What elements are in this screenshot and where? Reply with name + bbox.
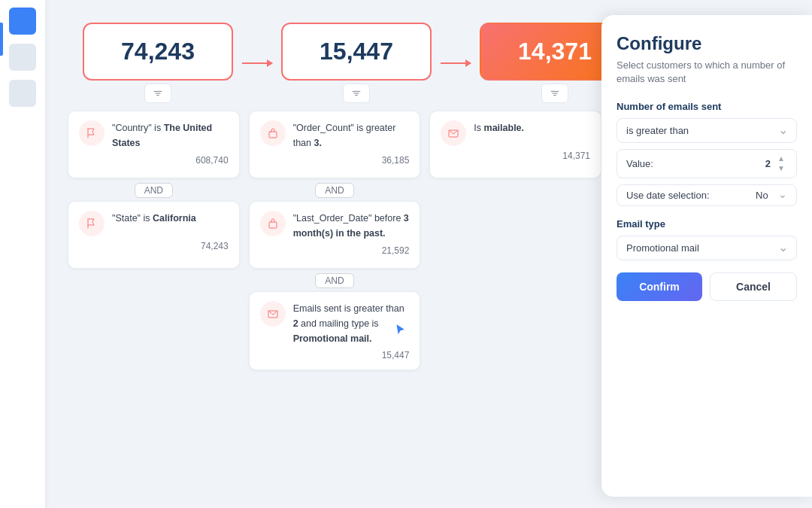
metric-box-2: 15,447	[281, 23, 432, 81]
main-content: 74,243 15,447	[45, 0, 812, 508]
flow-area: 74,243 15,447	[60, 8, 609, 500]
value-number: 2	[765, 158, 771, 169]
sidebar-active-indicator	[0, 23, 3, 56]
configure-panel: Configure Select customers to which a nu…	[601, 15, 812, 497]
condition-text-order: "Order_Count" is greater than 3.	[293, 120, 410, 151]
filter-icon-2[interactable]	[343, 84, 370, 103]
date-select-wrapper[interactable]: No Yes	[756, 190, 787, 201]
condition-count-order: 36,185	[260, 155, 410, 166]
sidebar-icon-gray-2[interactable]	[9, 80, 36, 107]
envelope-icon-1	[441, 120, 466, 146]
condition-card-emails[interactable]: Emails sent is greater than 2 and mailin…	[249, 291, 421, 370]
condition-count-country: 608,740	[79, 155, 229, 166]
value-stepper[interactable]: ▲ ▼	[775, 154, 787, 173]
condition-text-emails: Emails sent is greater than 2 and mailin…	[293, 301, 410, 345]
and-badge-2: AND	[315, 183, 353, 198]
cancel-button[interactable]: Cancel	[710, 272, 797, 301]
condition-card-mailable[interactable]: Is mailable. 14,371	[429, 111, 601, 178]
sidebar-icon-gray-1[interactable]	[9, 44, 36, 71]
operator-select[interactable]: is greater than is less than is equal to…	[617, 118, 797, 143]
sidebar-icon-blue[interactable]	[9, 8, 36, 35]
metric-box-1: 74,243	[83, 23, 233, 81]
date-selection-label: Use date selection:	[626, 190, 710, 201]
condition-count-emails: 15,447	[260, 350, 410, 360]
email-type-label: Email type	[617, 218, 797, 230]
svg-rect-9	[269, 132, 277, 138]
condition-text-state: "State" is California	[112, 211, 196, 226]
and-badge-1: AND	[135, 183, 173, 198]
confirm-button[interactable]: Confirm	[617, 272, 702, 301]
date-selection-row: Use date selection: No Yes	[617, 184, 797, 206]
sidebar	[0, 0, 45, 508]
configure-title: Configure	[617, 33, 797, 54]
condition-card-last-order[interactable]: "Last_Order_Date" before 3 month(s) in t…	[249, 201, 421, 269]
metric-col-2: 15,447	[281, 23, 432, 103]
svg-rect-11	[269, 222, 277, 228]
flag-icon-2	[79, 211, 105, 236]
condition-text-country: "Country" is The United States	[112, 120, 229, 151]
cursor-pointer-icon	[392, 321, 409, 341]
configure-subtitle: Select customers to which a number of em…	[617, 59, 797, 86]
and-badge-3: AND	[315, 273, 353, 288]
metric-col-1: 74,243	[83, 23, 233, 103]
operator-select-wrapper[interactable]: is greater than is less than is equal to…	[617, 118, 797, 143]
condition-text-last-order: "Last_Order_Date" before 3 month(s) in t…	[293, 211, 410, 241]
config-emails-label: Number of emails sent	[617, 101, 797, 112]
metric-value-1: 74,243	[107, 38, 209, 65]
date-select[interactable]: No Yes	[756, 190, 787, 201]
metric-value-2: 15,447	[305, 38, 408, 65]
condition-card-state[interactable]: "State" is California 74,243	[68, 201, 240, 269]
value-label: Value:	[626, 158, 653, 169]
config-buttons: Confirm Cancel	[617, 272, 797, 301]
email-type-select-wrapper[interactable]: Promotional mail Newsletter Transactiona…	[617, 236, 797, 260]
bag-icon-2	[260, 211, 286, 236]
value-decrement[interactable]: ▼	[775, 164, 787, 173]
condition-card-order-count[interactable]: "Order_Count" is greater than 3. 36,185	[249, 111, 421, 178]
metric-value-3: 14,371	[504, 38, 606, 65]
condition-count-last-order: 21,592	[260, 245, 410, 256]
condition-card-country[interactable]: "Country" is The United States 608,740	[68, 111, 240, 178]
email-type-select[interactable]: Promotional mail Newsletter Transactiona…	[617, 236, 797, 260]
filter-icon-1[interactable]	[144, 84, 171, 103]
value-row: Value: 2 ▲ ▼	[617, 149, 797, 178]
envelope-icon-2	[260, 301, 286, 327]
arrow-2	[432, 62, 480, 64]
flag-icon-1	[79, 120, 105, 146]
value-increment[interactable]: ▲	[775, 154, 787, 163]
arrow-1	[233, 62, 281, 64]
bag-icon-1	[260, 120, 286, 146]
condition-count-state: 74,243	[79, 241, 229, 251]
condition-count-mailable: 14,371	[441, 151, 590, 161]
condition-text-mailable: Is mailable.	[474, 120, 524, 135]
filter-icon-3[interactable]	[541, 84, 568, 103]
